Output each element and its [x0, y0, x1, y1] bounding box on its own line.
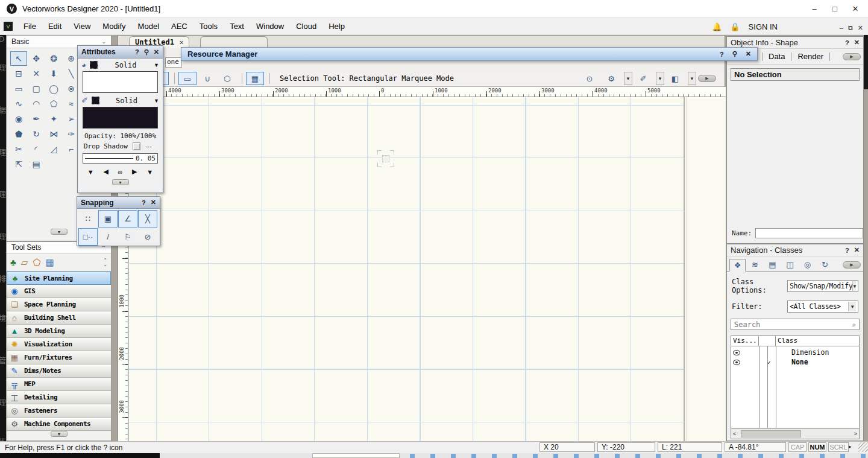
- maximize-button[interactable]: □: [825, 1, 845, 16]
- name-input[interactable]: [755, 228, 863, 238]
- snap-to-working-plane[interactable]: ⚐: [118, 228, 137, 246]
- tool-set-site-planning[interactable]: ♣Site Planning: [7, 272, 111, 285]
- search-input[interactable]: [734, 320, 852, 329]
- menu-modify[interactable]: Modify: [96, 18, 131, 35]
- tool-set-building-shell[interactable]: ⌂Building Shell: [7, 311, 111, 325]
- close-icon[interactable]: ✕: [854, 246, 860, 254]
- lock-cap[interactable]: CAP: [788, 442, 807, 452]
- tool-set-machine-components[interactable]: ⚙Machine Components: [7, 418, 111, 431]
- design-layers-tab[interactable]: ≋: [747, 258, 763, 271]
- callout-tool[interactable]: ⊟: [10, 66, 27, 81]
- eyedropper-tool[interactable]: ✒: [28, 112, 45, 126]
- class-row-none[interactable]: ✓None: [731, 357, 859, 367]
- references-tab[interactable]: ↻: [817, 258, 833, 271]
- visibility-eye-icon[interactable]: [733, 360, 740, 365]
- lock-scrl[interactable]: SCRL: [828, 442, 849, 452]
- fill-color-swatch[interactable]: [83, 71, 158, 93]
- attributes-title-bar[interactable]: Attributes ? ⚲ ✕: [78, 46, 163, 59]
- close-icon[interactable]: ✕: [151, 199, 156, 206]
- x-coordinate-field[interactable]: X 20: [539, 442, 595, 452]
- line-weight-control[interactable]: 0. 05: [83, 153, 158, 164]
- notification-bell-icon[interactable]: 🔔: [712, 22, 722, 31]
- tool-set-fasteners[interactable]: ◎Fasteners: [7, 404, 111, 418]
- chevron-down-icon[interactable]: ▼: [624, 72, 632, 85]
- move-by-points-tool[interactable]: ⇱: [10, 157, 27, 171]
- length-field[interactable]: L: 221: [658, 442, 722, 452]
- tool-set-gis[interactable]: ◉GIS: [7, 285, 111, 298]
- menu-file[interactable]: File: [17, 18, 42, 35]
- prev-marker-button[interactable]: ◀: [103, 168, 108, 176]
- chevron-down-icon[interactable]: ⌄: [101, 39, 106, 45]
- panel-overflow-button[interactable]: ▶: [843, 53, 861, 60]
- class-row-dimension[interactable]: Dimension: [731, 348, 859, 357]
- visibility-eye-icon[interactable]: [733, 350, 740, 355]
- help-icon[interactable]: ?: [142, 199, 146, 206]
- menu-help[interactable]: Help: [322, 18, 351, 35]
- landscape-icon[interactable]: ♣: [10, 257, 16, 267]
- rectangular-marquee-mode-button[interactable]: ▭: [178, 72, 197, 85]
- sheet-layers-tab[interactable]: ▤: [764, 258, 781, 271]
- mode-overflow-button[interactable]: ▶: [698, 75, 716, 82]
- tab-close-icon[interactable]: ✕: [179, 39, 184, 46]
- end-marker-button[interactable]: ▼: [146, 168, 153, 176]
- column-vis[interactable]: Vis...: [731, 336, 759, 346]
- angle-field[interactable]: A -84.81°: [725, 442, 786, 452]
- tool-sets-scroll-arrows[interactable]: ⌃⌄: [103, 258, 107, 267]
- close-icon[interactable]: ✕: [746, 50, 751, 58]
- pin-icon[interactable]: ⚲: [732, 50, 737, 58]
- column-blank[interactable]: [759, 336, 776, 346]
- snap-to-angle[interactable]: ∠: [118, 210, 137, 227]
- help-icon[interactable]: ?: [720, 51, 724, 58]
- pen-style-select[interactable]: Solid: [103, 97, 150, 105]
- snapping-title-bar[interactable]: Snapping ? ✕: [77, 197, 160, 209]
- chevron-down-icon[interactable]: ▼: [154, 98, 159, 104]
- scroll-right-arrow[interactable]: >: [854, 431, 857, 437]
- hardscape-icon[interactable]: ▦: [45, 257, 54, 268]
- fill-pattern-swatch[interactable]: [90, 61, 98, 69]
- close-button[interactable]: ✕: [845, 1, 866, 16]
- flyover-tool[interactable]: ❂: [45, 51, 62, 66]
- panel-overflow-button[interactable]: ▶: [843, 261, 861, 269]
- fillet-tool[interactable]: ◜: [28, 142, 45, 156]
- fill-style-select[interactable]: Solid: [101, 61, 150, 69]
- reshape-tool[interactable]: ⬟: [10, 127, 27, 141]
- marker-link-button[interactable]: ∞: [118, 168, 123, 176]
- tool-set-visualization[interactable]: ✺Visualization: [7, 338, 111, 351]
- resize-tool[interactable]: ▤: [28, 157, 45, 171]
- settings-gear-icon[interactable]: ⚙: [602, 72, 620, 85]
- snap-to-grid[interactable]: ∷: [78, 210, 98, 227]
- drop-shadow-checkbox[interactable]: [133, 142, 140, 150]
- freehand-tool[interactable]: ∿: [10, 97, 27, 111]
- tab-render[interactable]: Render: [791, 52, 829, 61]
- chamfer-tool[interactable]: ◿: [45, 142, 62, 156]
- help-icon[interactable]: ?: [135, 48, 139, 56]
- resource-manager-window[interactable]: Resource Manager ? ⚲ ✕: [181, 47, 758, 61]
- class-dropdown-fragment[interactable]: one: [165, 57, 182, 68]
- snap-to-tangent[interactable]: ⊘: [138, 228, 157, 246]
- class-options-select[interactable]: Show/Snap/Modify ▼: [787, 280, 858, 292]
- y-coordinate-field[interactable]: Y: -220: [597, 442, 655, 452]
- tool-set-space-planning[interactable]: ❏Space Planning: [7, 298, 111, 311]
- polygon-marquee-mode-button[interactable]: ⬡: [218, 72, 236, 85]
- snap-to-distance[interactable]: □··: [78, 228, 98, 246]
- chevron-down-icon[interactable]: ▼: [656, 72, 664, 85]
- column-class[interactable]: Class: [776, 336, 859, 346]
- rotate-tool[interactable]: ↻: [28, 127, 45, 141]
- tab-data[interactable]: Data: [763, 52, 791, 61]
- mdi-restore-button[interactable]: ⧉: [848, 24, 853, 32]
- spiral-tool[interactable]: ◉: [10, 112, 27, 126]
- magnifier-icon[interactable]: ⊙: [580, 72, 599, 85]
- tool-set-furn-fixtures[interactable]: ▦Furn/Fixtures: [7, 351, 111, 364]
- tool-set-mep[interactable]: ╦MEP: [7, 378, 111, 391]
- pen-color-swatch[interactable]: [83, 107, 158, 129]
- close-icon[interactable]: ✕: [854, 39, 860, 46]
- menu-aec[interactable]: AEC: [165, 18, 193, 35]
- surface-options-icon[interactable]: ◧: [666, 72, 684, 85]
- wand-tool[interactable]: ✦: [45, 112, 62, 126]
- pin-icon[interactable]: ⚲: [144, 48, 149, 56]
- pan-tool[interactable]: ✥: [28, 51, 45, 66]
- account-lock-icon[interactable]: 🔒: [730, 22, 740, 31]
- minimize-button[interactable]: –: [804, 1, 825, 16]
- delete-vertex-tool[interactable]: ✕: [28, 66, 45, 81]
- rounded-rectangle-tool[interactable]: ▢: [28, 81, 45, 96]
